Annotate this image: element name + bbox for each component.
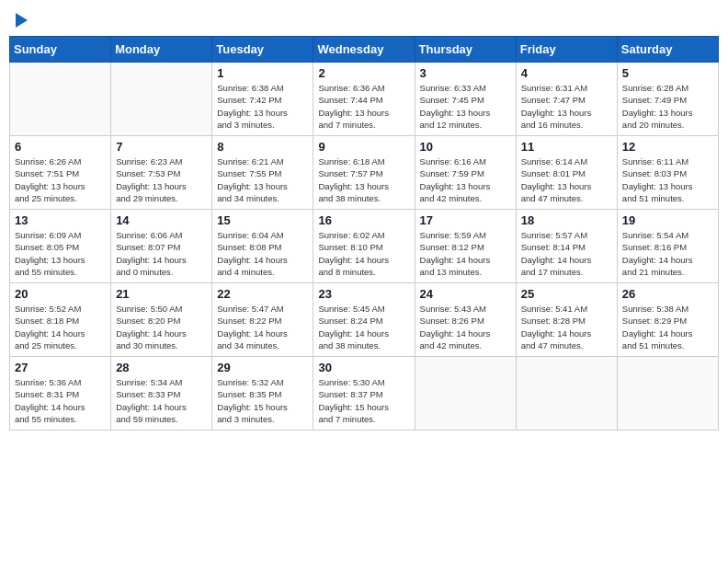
day-number: 14 xyxy=(116,213,207,227)
calendar-cell: 16Sunrise: 6:02 AM Sunset: 8:10 PM Dayli… xyxy=(313,210,415,283)
day-info: Sunrise: 6:31 AM Sunset: 7:47 PM Dayligh… xyxy=(521,82,612,131)
day-info: Sunrise: 6:26 AM Sunset: 7:51 PM Dayligh… xyxy=(15,155,106,204)
weekday-header: Saturday xyxy=(617,37,718,63)
calendar-cell: 27Sunrise: 5:36 AM Sunset: 8:31 PM Dayli… xyxy=(10,357,111,431)
day-info: Sunrise: 6:23 AM Sunset: 7:53 PM Dayligh… xyxy=(116,155,207,204)
calendar-cell: 3Sunrise: 6:33 AM Sunset: 7:45 PM Daylig… xyxy=(415,63,516,136)
day-info: Sunrise: 6:09 AM Sunset: 8:05 PM Dayligh… xyxy=(15,229,106,278)
day-info: Sunrise: 6:33 AM Sunset: 7:45 PM Dayligh… xyxy=(420,82,511,131)
day-info: Sunrise: 6:36 AM Sunset: 7:44 PM Dayligh… xyxy=(318,82,409,131)
calendar-cell: 20Sunrise: 5:52 AM Sunset: 8:18 PM Dayli… xyxy=(10,283,111,357)
day-info: Sunrise: 6:04 AM Sunset: 8:08 PM Dayligh… xyxy=(217,229,308,278)
weekday-header: Friday xyxy=(516,37,617,63)
day-number: 24 xyxy=(420,287,511,301)
day-info: Sunrise: 5:54 AM Sunset: 8:16 PM Dayligh… xyxy=(622,229,713,278)
day-number: 10 xyxy=(420,140,511,154)
day-number: 7 xyxy=(116,140,207,154)
calendar-cell: 2Sunrise: 6:36 AM Sunset: 7:44 PM Daylig… xyxy=(313,63,415,136)
calendar-cell: 17Sunrise: 5:59 AM Sunset: 8:12 PM Dayli… xyxy=(415,210,516,283)
week-row: 20Sunrise: 5:52 AM Sunset: 8:18 PM Dayli… xyxy=(10,283,719,357)
day-number: 25 xyxy=(521,287,612,301)
day-number: 28 xyxy=(116,361,207,374)
day-info: Sunrise: 5:41 AM Sunset: 8:28 PM Dayligh… xyxy=(521,303,612,351)
calendar-cell xyxy=(516,357,617,431)
calendar-cell: 21Sunrise: 5:50 AM Sunset: 8:20 PM Dayli… xyxy=(111,283,212,357)
day-info: Sunrise: 5:34 AM Sunset: 8:33 PM Dayligh… xyxy=(116,376,207,425)
week-row: 13Sunrise: 6:09 AM Sunset: 8:05 PM Dayli… xyxy=(10,210,719,283)
day-number: 20 xyxy=(15,287,106,301)
day-number: 3 xyxy=(420,66,511,80)
day-info: Sunrise: 6:14 AM Sunset: 8:01 PM Dayligh… xyxy=(521,155,612,204)
day-number: 18 xyxy=(521,213,612,227)
day-number: 8 xyxy=(217,140,308,154)
week-row: 1Sunrise: 6:38 AM Sunset: 7:42 PM Daylig… xyxy=(10,63,719,136)
day-number: 12 xyxy=(622,140,713,154)
calendar-cell: 19Sunrise: 5:54 AM Sunset: 8:16 PM Dayli… xyxy=(617,210,718,283)
calendar-cell: 9Sunrise: 6:18 AM Sunset: 7:57 PM Daylig… xyxy=(313,136,415,210)
calendar-cell: 28Sunrise: 5:34 AM Sunset: 8:33 PM Dayli… xyxy=(111,357,212,431)
day-number: 30 xyxy=(318,361,409,374)
day-info: Sunrise: 5:59 AM Sunset: 8:12 PM Dayligh… xyxy=(420,229,511,278)
day-number: 13 xyxy=(15,213,106,227)
day-number: 17 xyxy=(420,213,511,227)
weekday-header: Thursday xyxy=(415,37,516,63)
calendar-cell: 6Sunrise: 6:26 AM Sunset: 7:51 PM Daylig… xyxy=(10,136,111,210)
day-number: 6 xyxy=(15,140,106,154)
day-info: Sunrise: 6:06 AM Sunset: 8:07 PM Dayligh… xyxy=(116,229,207,278)
day-number: 5 xyxy=(622,66,713,80)
day-info: Sunrise: 5:32 AM Sunset: 8:35 PM Dayligh… xyxy=(217,376,308,425)
calendar-cell: 26Sunrise: 5:38 AM Sunset: 8:29 PM Dayli… xyxy=(617,283,718,357)
logo-triangle-icon xyxy=(16,13,28,28)
calendar-cell: 22Sunrise: 5:47 AM Sunset: 8:22 PM Dayli… xyxy=(212,283,313,357)
calendar-table: SundayMondayTuesdayWednesdayThursdayFrid… xyxy=(9,36,719,431)
calendar-cell: 11Sunrise: 6:14 AM Sunset: 8:01 PM Dayli… xyxy=(516,136,617,210)
day-info: Sunrise: 6:28 AM Sunset: 7:49 PM Dayligh… xyxy=(622,82,713,131)
weekday-header: Monday xyxy=(111,37,212,63)
day-info: Sunrise: 5:38 AM Sunset: 8:29 PM Dayligh… xyxy=(622,303,713,351)
day-number: 1 xyxy=(217,66,308,80)
day-info: Sunrise: 6:21 AM Sunset: 7:55 PM Dayligh… xyxy=(217,155,308,204)
day-number: 2 xyxy=(318,66,409,80)
day-info: Sunrise: 6:11 AM Sunset: 8:03 PM Dayligh… xyxy=(622,155,713,204)
calendar-cell xyxy=(111,63,212,136)
day-info: Sunrise: 6:16 AM Sunset: 7:59 PM Dayligh… xyxy=(420,155,511,204)
day-info: Sunrise: 5:43 AM Sunset: 8:26 PM Dayligh… xyxy=(420,303,511,351)
day-info: Sunrise: 6:02 AM Sunset: 8:10 PM Dayligh… xyxy=(318,229,409,278)
day-info: Sunrise: 5:57 AM Sunset: 8:14 PM Dayligh… xyxy=(521,229,612,278)
day-info: Sunrise: 5:30 AM Sunset: 8:37 PM Dayligh… xyxy=(318,376,409,425)
day-info: Sunrise: 5:45 AM Sunset: 8:24 PM Dayligh… xyxy=(318,303,409,351)
weekday-header-row: SundayMondayTuesdayWednesdayThursdayFrid… xyxy=(10,37,719,63)
calendar-cell: 25Sunrise: 5:41 AM Sunset: 8:28 PM Dayli… xyxy=(516,283,617,357)
day-number: 22 xyxy=(217,287,308,301)
calendar-cell: 8Sunrise: 6:21 AM Sunset: 7:55 PM Daylig… xyxy=(212,136,313,210)
calendar-cell: 5Sunrise: 6:28 AM Sunset: 7:49 PM Daylig… xyxy=(617,63,718,136)
day-info: Sunrise: 6:38 AM Sunset: 7:42 PM Dayligh… xyxy=(217,82,308,131)
day-number: 26 xyxy=(622,287,713,301)
week-row: 27Sunrise: 5:36 AM Sunset: 8:31 PM Dayli… xyxy=(10,357,719,431)
calendar-cell: 24Sunrise: 5:43 AM Sunset: 8:26 PM Dayli… xyxy=(415,283,516,357)
day-number: 23 xyxy=(318,287,409,301)
weekday-header: Sunday xyxy=(10,37,111,63)
day-info: Sunrise: 5:36 AM Sunset: 8:31 PM Dayligh… xyxy=(15,376,106,425)
calendar-cell: 12Sunrise: 6:11 AM Sunset: 8:03 PM Dayli… xyxy=(617,136,718,210)
day-number: 29 xyxy=(217,361,308,374)
calendar-cell: 14Sunrise: 6:06 AM Sunset: 8:07 PM Dayli… xyxy=(111,210,212,283)
weekday-header: Wednesday xyxy=(313,37,415,63)
day-info: Sunrise: 6:18 AM Sunset: 7:57 PM Dayligh… xyxy=(318,155,409,204)
calendar-cell: 4Sunrise: 6:31 AM Sunset: 7:47 PM Daylig… xyxy=(516,63,617,136)
day-number: 21 xyxy=(116,287,207,301)
calendar-cell xyxy=(617,357,718,431)
day-info: Sunrise: 5:47 AM Sunset: 8:22 PM Dayligh… xyxy=(217,303,308,351)
day-number: 11 xyxy=(521,140,612,154)
day-number: 27 xyxy=(15,361,106,374)
calendar-cell: 1Sunrise: 6:38 AM Sunset: 7:42 PM Daylig… xyxy=(212,63,313,136)
day-info: Sunrise: 5:50 AM Sunset: 8:20 PM Dayligh… xyxy=(116,303,207,351)
calendar-cell: 23Sunrise: 5:45 AM Sunset: 8:24 PM Dayli… xyxy=(313,283,415,357)
day-number: 15 xyxy=(217,213,308,227)
calendar-cell: 30Sunrise: 5:30 AM Sunset: 8:37 PM Dayli… xyxy=(313,357,415,431)
weekday-header: Tuesday xyxy=(212,37,313,63)
day-number: 4 xyxy=(521,66,612,80)
calendar-cell: 10Sunrise: 6:16 AM Sunset: 7:59 PM Dayli… xyxy=(415,136,516,210)
day-number: 19 xyxy=(622,213,713,227)
logo-general xyxy=(13,9,28,29)
